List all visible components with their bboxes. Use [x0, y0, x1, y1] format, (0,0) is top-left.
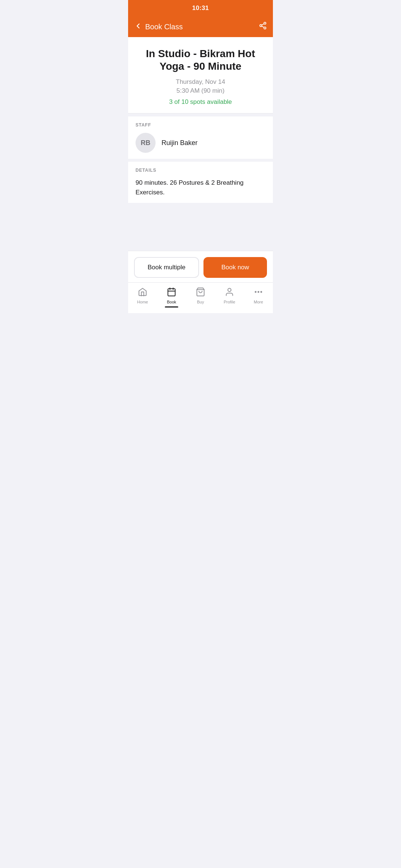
back-icon [134, 22, 142, 32]
back-button[interactable]: Book Class [134, 22, 183, 32]
staff-name: Ruijin Baker [162, 139, 198, 147]
buy-icon [196, 287, 205, 298]
class-time: 5:30 AM (90 min) [136, 87, 265, 95]
staff-section: STAFF RB Ruijin Baker [128, 116, 273, 159]
nav-item-home[interactable]: Home [128, 286, 157, 306]
class-date: Thursday, Nov 14 [136, 78, 265, 86]
nav-label-buy: Buy [197, 300, 204, 304]
status-time: 10:31 [192, 4, 209, 12]
class-header: In Studio - Bikram Hot Yoga - 90 Minute … [128, 37, 273, 114]
nav-item-profile[interactable]: Profile [215, 286, 244, 306]
book-icon [167, 287, 176, 298]
action-buttons: Book multiple Book now [128, 251, 273, 282]
book-now-button[interactable]: Book now [203, 257, 267, 278]
svg-line-3 [262, 26, 264, 27]
nav-item-buy[interactable]: Buy [186, 286, 215, 306]
nav-label-more: More [254, 300, 263, 304]
nav-label-book: Book [167, 300, 176, 304]
svg-point-10 [228, 288, 231, 292]
staff-avatar-initials: RB [141, 139, 150, 147]
details-section: DETAILS 90 minutes. 26 Postures & 2 Brea… [128, 162, 273, 203]
nav-item-more[interactable]: More [244, 286, 273, 306]
svg-rect-5 [168, 289, 175, 296]
details-description: 90 minutes. 26 Postures & 2 Breathing Ex… [136, 178, 265, 197]
class-spots: 3 of 10 spots available [136, 98, 265, 106]
staff-section-label: STAFF [136, 122, 265, 128]
svg-point-11 [255, 292, 256, 293]
nav-label-profile: Profile [224, 300, 235, 304]
content-spacer [128, 203, 273, 251]
details-section-label: DETAILS [136, 168, 265, 173]
book-multiple-button[interactable]: Book multiple [134, 257, 199, 278]
nav-bar: Book Class [128, 16, 273, 37]
nav-active-indicator [165, 306, 178, 308]
svg-point-13 [261, 292, 262, 293]
share-icon[interactable] [259, 22, 267, 32]
home-icon [138, 287, 147, 298]
bottom-nav: Home Book Buy [128, 282, 273, 313]
staff-row: RB Ruijin Baker [136, 133, 265, 153]
svg-point-12 [258, 292, 259, 293]
nav-label-home: Home [137, 300, 148, 304]
class-title: In Studio - Bikram Hot Yoga - 90 Minute [136, 47, 265, 72]
more-icon [254, 287, 263, 298]
nav-item-book[interactable]: Book [157, 286, 186, 309]
svg-line-4 [262, 24, 264, 25]
nav-title: Book Class [145, 23, 183, 31]
status-bar: 10:31 [128, 0, 273, 16]
staff-avatar: RB [136, 133, 156, 153]
profile-icon [225, 287, 234, 298]
